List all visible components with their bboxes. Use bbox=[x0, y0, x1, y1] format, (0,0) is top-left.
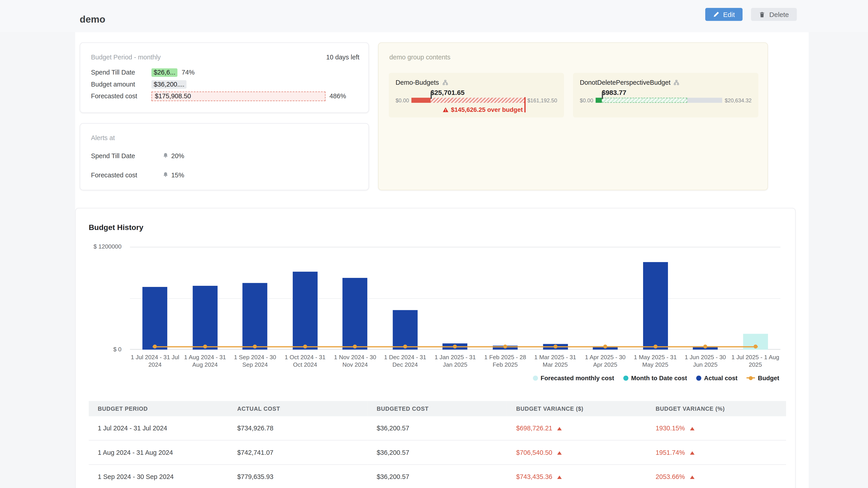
budget-point bbox=[704, 345, 708, 349]
alert-spend-value: 20% bbox=[171, 153, 184, 159]
spend-segment bbox=[595, 98, 602, 103]
over-budget-text: $145,626.25 over budget bbox=[451, 106, 523, 113]
legend-item[interactable]: Month to Date cost bbox=[623, 375, 687, 381]
budget-point bbox=[503, 345, 507, 349]
group-contents-title: demo group contents bbox=[390, 54, 451, 61]
legend-dot-swatch bbox=[533, 375, 538, 381]
toolbar-actions: Edit Delete bbox=[705, 8, 797, 21]
forecasted-cost-label: Forecasted cost bbox=[91, 93, 152, 99]
bell-icon bbox=[163, 172, 168, 178]
forecasted-cost-value: $175,908.50 bbox=[151, 91, 326, 101]
budget-point bbox=[453, 345, 457, 349]
table-header-cell: BUDGETED COST bbox=[368, 401, 507, 416]
increase-icon bbox=[690, 451, 694, 455]
budget-item-donotdelete[interactable]: DonotDeletePerspectiveBudget $0.00 $983.… bbox=[573, 73, 758, 118]
budget-amount-label: Budget amount bbox=[91, 81, 152, 88]
actual-cost-cell: $779,635.93 bbox=[228, 464, 368, 488]
days-left: 10 days left bbox=[326, 54, 360, 61]
budgeted-cost-cell: $36,200.57 bbox=[368, 416, 507, 440]
edit-button-label: Edit bbox=[723, 10, 735, 18]
budget-point bbox=[553, 345, 557, 349]
period-cell: 1 Aug 2024 - 31 Aug 2024 bbox=[89, 440, 228, 465]
legend-label: Forecasted monthly cost bbox=[541, 375, 614, 381]
variance-usd-cell: $698,726.21 bbox=[507, 416, 647, 440]
bar-min-label: $0.00 bbox=[580, 97, 593, 103]
spend-segment bbox=[411, 98, 431, 103]
budget-item-demo-budgets[interactable]: Demo-Budgets $0.00 $25,701.65 $161,192.5… bbox=[389, 73, 564, 118]
legend-line-swatch bbox=[747, 377, 755, 379]
bar-min-label: $0.00 bbox=[396, 97, 409, 103]
budget-item-name: DonotDeletePerspectiveBudget bbox=[580, 79, 671, 86]
chart-column bbox=[180, 247, 230, 350]
alerts-card-head: Alerts at bbox=[91, 134, 360, 141]
budget-history-table: BUDGET PERIODACTUAL COSTBUDGETED COSTBUD… bbox=[89, 401, 786, 488]
budget-period-card-head: Budget Period - monthly 10 days left bbox=[91, 54, 360, 61]
chart-column bbox=[330, 247, 380, 350]
group-icon bbox=[674, 80, 680, 86]
spend-till-date-value: $26,6... bbox=[151, 68, 178, 76]
x-axis-label: 1 Jan 2025 - 31 Jan 2025 bbox=[430, 354, 480, 368]
chart-column bbox=[130, 247, 180, 350]
budget-marker bbox=[431, 92, 432, 99]
variance-value: 2053.66% bbox=[655, 473, 685, 480]
bar-max-label: $20,634.32 bbox=[725, 97, 752, 103]
increase-icon bbox=[690, 476, 694, 479]
actual-cost-bar bbox=[393, 310, 417, 350]
budget-table-row[interactable]: 1 Sep 2024 - 30 Sep 2024$779,635.93$36,2… bbox=[89, 464, 786, 488]
alert-spend-label: Spend Till Date bbox=[91, 153, 163, 159]
budget-item-name: Demo-Budgets bbox=[396, 79, 439, 86]
variance-usd-cell: $743,435.36 bbox=[507, 464, 647, 488]
x-axis-label: 1 May 2025 - 31 May 2025 bbox=[630, 354, 680, 368]
budget-item-bar-row: $0.00 $20,634.32 bbox=[580, 97, 752, 103]
increase-icon bbox=[557, 476, 562, 479]
legend-item[interactable]: Actual cost bbox=[696, 375, 738, 381]
legend-dot-swatch bbox=[623, 375, 628, 381]
variance-usd-cell: $706,540.50 bbox=[507, 440, 647, 465]
budget-item-amount: $983.77 bbox=[602, 89, 626, 97]
x-axis-label: 1 Dec 2024 - 31 Dec 2024 bbox=[380, 354, 430, 368]
over-budget-end-line bbox=[524, 97, 525, 112]
x-axis-label: 1 Jun 2025 - 30 Jun 2025 bbox=[680, 354, 730, 368]
x-axis-label: 1 Jul 2024 - 31 Jul 2024 bbox=[130, 354, 180, 368]
topbar: demo Edit Delete bbox=[0, 0, 868, 32]
delete-button[interactable]: Delete bbox=[751, 8, 797, 21]
main-content: Budget Period - monthly 10 days left Spe… bbox=[75, 32, 809, 488]
budget-progress-bar bbox=[411, 98, 525, 103]
budget-period-title: Budget Period - monthly bbox=[91, 54, 161, 61]
warning-icon bbox=[442, 106, 449, 113]
chart-column bbox=[430, 247, 480, 350]
edit-button[interactable]: Edit bbox=[705, 8, 743, 21]
table-header-cell: BUDGET PERIOD bbox=[89, 401, 228, 416]
budget-item-amount-row: $0.00 $25,701.65 $161,192.50 bbox=[396, 88, 557, 97]
budget-period-card: Budget Period - monthly 10 days left Spe… bbox=[80, 42, 369, 113]
chart-column bbox=[530, 247, 580, 350]
legend-item[interactable]: Forecasted monthly cost bbox=[533, 375, 614, 381]
legend-item[interactable]: Budget bbox=[747, 375, 779, 381]
alert-spend-row: Spend Till Date 20% bbox=[91, 151, 184, 161]
page-title: demo bbox=[80, 14, 105, 26]
budgeted-cost-cell: $36,200.57 bbox=[368, 464, 507, 488]
table-header-cell: BUDGET VARIANCE ($) bbox=[507, 401, 647, 416]
table-header-cell: BUDGET VARIANCE (%) bbox=[647, 401, 786, 416]
x-axis-label: 1 Feb 2025 - 28 Feb 2025 bbox=[480, 354, 530, 368]
alerts-title: Alerts at bbox=[91, 134, 115, 141]
x-axis-label: 1 Oct 2024 - 31 Oct 2024 bbox=[280, 354, 330, 368]
delete-button-label: Delete bbox=[769, 10, 789, 18]
spend-till-date-row: Spend Till Date $26,6... 74% bbox=[91, 67, 195, 77]
over-budget-segment bbox=[431, 98, 525, 103]
budget-point bbox=[253, 345, 257, 349]
increase-icon bbox=[557, 451, 562, 455]
y-axis-label-max: $ 1200000 bbox=[76, 243, 122, 250]
group-contents-card: demo group contents Demo-Budgets $0.00 $… bbox=[378, 42, 768, 191]
chart-column bbox=[280, 247, 330, 350]
budget-table-row[interactable]: 1 Jul 2024 - 31 Jul 2024$734,926.78$36,2… bbox=[89, 416, 786, 440]
chart-column bbox=[380, 247, 430, 350]
budget-progress-bar bbox=[595, 98, 722, 103]
variance-pct-cell: 1930.15% bbox=[647, 416, 786, 440]
budget-item-amount: $25,701.65 bbox=[431, 89, 465, 97]
remaining-segment bbox=[687, 98, 722, 103]
budget-amount-value: $36,200.... bbox=[151, 80, 187, 89]
actual-cost-cell: $734,926.78 bbox=[228, 416, 368, 440]
x-axis-label: 1 Apr 2025 - 30 Apr 2025 bbox=[580, 354, 630, 368]
budget-table-row[interactable]: 1 Aug 2024 - 31 Aug 2024$742,741.07$36,2… bbox=[89, 440, 786, 465]
